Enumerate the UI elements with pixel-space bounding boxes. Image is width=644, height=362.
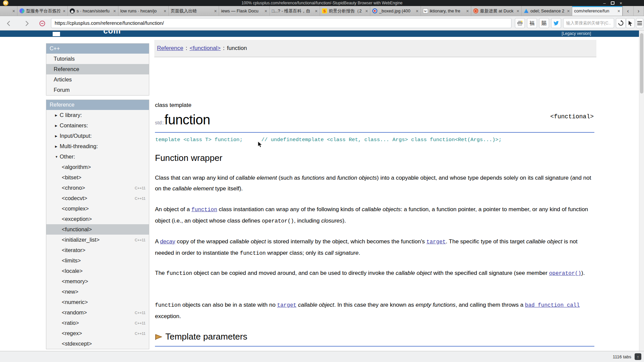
text-run: operator() xyxy=(262,218,294,224)
sidebar-item[interactable]: <algorithm> xyxy=(46,162,149,172)
sidebar-item[interactable]: <bitset> xyxy=(46,172,149,183)
browser-tab[interactable]: _boxed.jpg (400 × xyxy=(370,6,421,16)
close-button[interactable]: × xyxy=(619,1,623,5)
browser-tab[interactable]: s · hxcan/sisterfu × xyxy=(68,6,118,16)
page-scrollbar[interactable] xyxy=(639,31,644,351)
inline-link[interactable]: target xyxy=(277,302,297,308)
sidebar-item[interactable]: <new> xyxy=(46,287,149,297)
url-input[interactable]: https://cplusplus.com/reference/function… xyxy=(51,18,512,28)
breadcrumb-part[interactable]: : xyxy=(223,45,225,52)
pointer-icon[interactable] xyxy=(626,18,635,28)
inline-link[interactable]: bad_function_call xyxy=(525,302,580,308)
tab-close-icon[interactable]: × xyxy=(567,8,570,14)
tab-close-icon[interactable]: × xyxy=(264,8,267,14)
tab-close-icon[interactable]: × xyxy=(517,8,519,14)
text-run: call signature xyxy=(325,250,359,256)
bestow-button[interactable]: 賜 xyxy=(539,18,549,28)
expand-arrow-icon[interactable] xyxy=(55,155,58,159)
browser-tab[interactable]: com/reference/fun × xyxy=(572,6,623,16)
sidebar-item[interactable]: <stdexcept> xyxy=(46,339,149,349)
sidebar-item[interactable]: Reference xyxy=(46,64,149,74)
printer-icon[interactable] xyxy=(515,18,525,28)
sidebar-item[interactable]: <limits> xyxy=(46,255,149,266)
expand-arrow-icon[interactable] xyxy=(55,134,57,138)
text-run: callable element xyxy=(172,185,214,192)
tab-close-icon[interactable]: × xyxy=(63,8,65,14)
scrollbar-thumb[interactable] xyxy=(640,33,643,94)
sidebar-item[interactable]: <locale> xyxy=(46,266,149,276)
breadcrumb-part[interactable]: function xyxy=(227,45,247,52)
tab-scroll-right-icon[interactable]: › xyxy=(634,6,644,16)
tab-close-icon[interactable]: × xyxy=(164,8,166,14)
expand-arrow-icon[interactable] xyxy=(55,114,57,117)
sidebar-item-label: <stdexcept> xyxy=(62,341,92,347)
browser-tab[interactable]: × xyxy=(0,6,17,16)
breadcrumb-part[interactable]: <functional> xyxy=(190,45,221,52)
sidebar-item[interactable]: Containers: xyxy=(46,120,149,131)
tab-close-icon[interactable]: × xyxy=(365,8,368,14)
inline-link[interactable]: target xyxy=(426,239,446,245)
tab-close-icon[interactable]: × xyxy=(113,8,116,14)
browser-tab[interactable]: 最新进展 at Duck × xyxy=(471,6,522,16)
browser-tab[interactable]: 页面载入出错 × xyxy=(169,6,219,16)
expand-arrow-icon[interactable] xyxy=(55,124,57,127)
tab-close-icon[interactable]: × xyxy=(315,8,318,14)
browser-tab[interactable]: 前景分析报告（2 × xyxy=(320,6,370,16)
inline-link[interactable]: operator() xyxy=(549,270,581,277)
tab-close-icon[interactable]: × xyxy=(618,8,620,14)
breadcrumb-part[interactable]: : xyxy=(185,45,187,52)
minimize-button[interactable]: – xyxy=(602,1,607,5)
declaration-code: template <class T> function; // undefine… xyxy=(155,137,501,143)
tab-scroll-left-icon[interactable]: ‹ xyxy=(623,6,634,16)
maximize-button[interactable] xyxy=(611,1,614,5)
sidebar-item[interactable]: Articles xyxy=(46,74,149,85)
tab-close-icon[interactable]: × xyxy=(416,8,418,14)
cpp11-badge: C++11 xyxy=(135,196,146,200)
reload-icon[interactable] xyxy=(616,18,626,28)
tab-close-icon[interactable]: × xyxy=(12,8,15,14)
sidebar-item[interactable]: <memory> xyxy=(46,276,149,287)
up-icon[interactable]: ↑ xyxy=(635,353,641,360)
sidebar-item[interactable]: Input/Output: xyxy=(46,131,149,141)
menu-icon[interactable] xyxy=(636,18,643,28)
sidebar-item[interactable]: Tutorials xyxy=(46,54,149,64)
sidebar-item[interactable]: <chrono> C++11 xyxy=(46,183,149,193)
fortune-button[interactable]: 福 xyxy=(527,18,537,28)
sidebar-item[interactable]: <iterator> xyxy=(46,245,149,255)
sidebar-item[interactable]: Other: xyxy=(46,152,149,162)
breadcrumb-part[interactable]: Reference xyxy=(157,45,183,52)
forward-button[interactable] xyxy=(22,19,32,28)
sidebar-item[interactable]: <exception> xyxy=(46,214,149,224)
text-run: An object of a xyxy=(155,206,192,213)
sidebar-item[interactable]: Forum xyxy=(46,85,149,95)
stop-icon[interactable] xyxy=(38,19,47,28)
browser-tab[interactable]: low runs · hxcan/jo × xyxy=(118,6,169,16)
sidebar-item[interactable]: C library: xyxy=(46,110,149,120)
text-run: ). xyxy=(342,218,346,224)
tab-close-icon[interactable]: × xyxy=(466,8,469,14)
text-run: object can be copied and moved around, a… xyxy=(192,270,396,276)
twitter-icon[interactable] xyxy=(551,18,561,28)
inline-link[interactable]: decay xyxy=(160,238,175,245)
sidebar-item[interactable]: <complex> xyxy=(46,203,149,214)
browser-tab[interactable]: □...? - 维基百科，自 × xyxy=(270,6,320,16)
inline-link[interactable]: function xyxy=(192,207,217,213)
browser-tab[interactable]: iktionary, the fre × xyxy=(421,6,471,16)
tab-close-icon[interactable]: × xyxy=(214,8,217,14)
expand-arrow-icon[interactable] xyxy=(55,145,57,148)
legacy-version-link[interactable]: [Legacy version] xyxy=(562,31,591,36)
sidebar-item[interactable]: Multi-threading: xyxy=(46,141,149,152)
sidebar-item[interactable]: <random> C++11 xyxy=(46,307,149,318)
sidebar-item[interactable]: <regex> C++11 xyxy=(46,328,149,339)
sidebar-item[interactable]: <numeric> xyxy=(46,297,149,307)
sidebar-item[interactable]: <initializer_list> C++11 xyxy=(46,235,149,245)
search-input[interactable] xyxy=(563,18,614,28)
back-button[interactable] xyxy=(4,19,13,28)
sidebar-item[interactable]: <functional> xyxy=(46,224,149,235)
browser-tab[interactable]: odel; Seedance 2 × xyxy=(522,6,572,16)
sidebar-item[interactable]: <ratio> C++11 xyxy=(46,318,149,328)
sidebar-item[interactable]: <codecvt> C++11 xyxy=(46,193,149,203)
browser-tab[interactable]: 型服务平台百炼控 × xyxy=(17,6,68,16)
sidebar-item-label: Articles xyxy=(54,76,72,83)
browser-tab[interactable]: iews — Flask Docu × xyxy=(219,6,269,16)
